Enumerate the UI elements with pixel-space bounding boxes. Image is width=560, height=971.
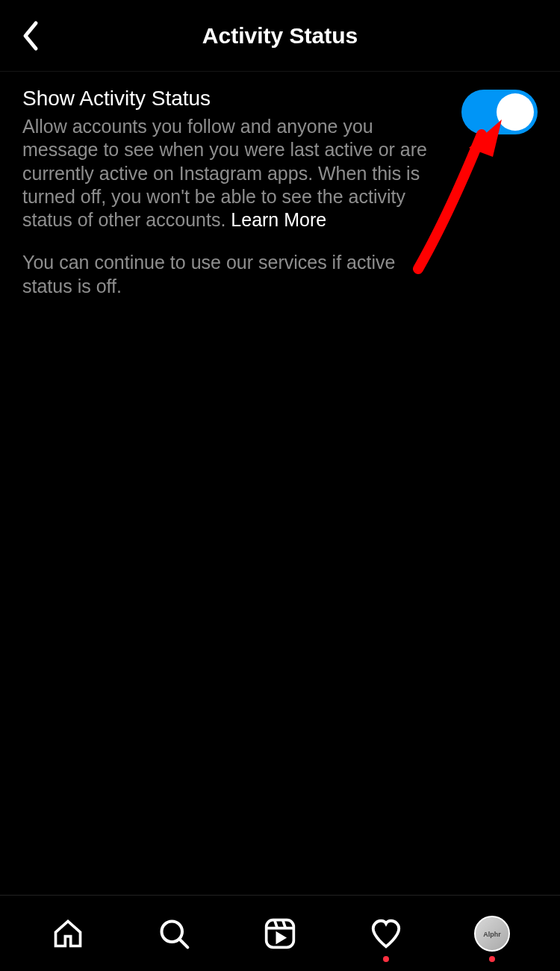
nav-activity[interactable]: [365, 913, 407, 955]
svg-rect-4: [267, 919, 294, 947]
reels-icon: [264, 917, 296, 950]
chevron-left-icon: [21, 20, 39, 52]
bottom-nav: Alphr: [0, 895, 560, 971]
search-icon: [158, 917, 190, 950]
setting-text-block: Show Activity Status Allow accounts you …: [22, 87, 461, 298]
home-icon: [52, 917, 84, 950]
svg-marker-8: [277, 934, 284, 942]
heart-icon: [369, 916, 403, 951]
activity-status-setting: Show Activity Status Allow accounts you …: [22, 87, 538, 298]
activity-status-toggle[interactable]: [461, 90, 538, 134]
toggle-knob: [497, 93, 534, 131]
content-area: Show Activity Status Allow accounts you …: [0, 72, 560, 313]
profile-badge-dot: [489, 956, 495, 962]
nav-reels[interactable]: [259, 913, 301, 955]
nav-home[interactable]: [47, 913, 89, 955]
learn-more-link[interactable]: Learn More: [231, 209, 326, 230]
svg-text:Alphr: Alphr: [483, 931, 501, 938]
nav-profile[interactable]: Alphr: [471, 913, 513, 955]
page-title: Activity Status: [202, 23, 358, 49]
back-button[interactable]: [12, 18, 48, 54]
svg-line-3: [180, 940, 187, 947]
setting-description-text: Allow accounts you follow and anyone you…: [22, 116, 427, 230]
setting-title: Show Activity Status: [22, 87, 447, 111]
profile-avatar: Alphr: [474, 916, 510, 952]
setting-description: Allow accounts you follow and anyone you…: [22, 115, 447, 232]
setting-footer-text: You can continue to use our services if …: [22, 251, 447, 298]
header: Activity Status: [0, 0, 560, 72]
nav-search[interactable]: [153, 913, 195, 955]
activity-badge-dot: [383, 956, 389, 962]
